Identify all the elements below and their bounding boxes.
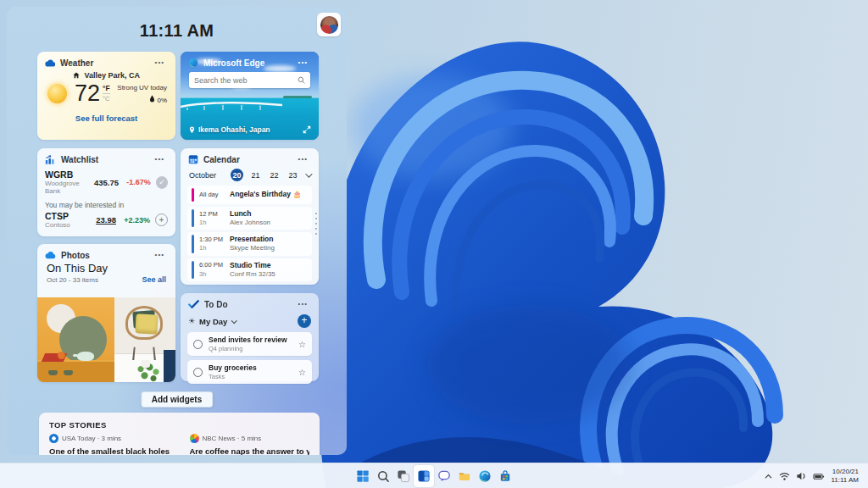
stock-price: 435.75 (94, 178, 119, 187)
calendar-date-22[interactable]: 22 (268, 169, 281, 181)
add-task-button[interactable]: + (298, 314, 311, 328)
see-all-link[interactable]: See all (142, 275, 166, 284)
calendar-event[interactable]: 6:00 PM3h Studio TimeConf Rm 32/35 (187, 258, 312, 281)
widgets-button[interactable] (414, 465, 434, 487)
event-time: 6:00 PM (199, 261, 223, 269)
search-icon (298, 76, 305, 84)
microsoft-store-icon (498, 469, 512, 483)
edge-search-box[interactable] (189, 72, 310, 88)
more-options-button[interactable]: ••• (152, 154, 168, 164)
photo-thumbnail-2[interactable] (114, 297, 175, 382)
photo-thumbnail-1[interactable] (37, 297, 114, 382)
news-story[interactable]: NBC News · 5 mins Are coffee naps the an… (180, 434, 320, 455)
start-button[interactable] (353, 465, 373, 487)
temperature: 72 °F °C (75, 82, 110, 105)
event-time: 12 PM (199, 210, 218, 218)
suggestion-label: You may be interested in (37, 195, 175, 211)
task-item[interactable]: Buy groceries Tasks ☆ (187, 360, 312, 384)
todo-widget[interactable]: To Do ••• ☀ My Day + Send invites for re… (181, 293, 319, 381)
watchlist-widget[interactable]: Watchlist ••• WGRB Woodgrove Bank 435.75… (37, 148, 175, 236)
calendar-date-21[interactable]: 21 (249, 169, 262, 181)
add-to-watchlist-button[interactable]: + (155, 214, 168, 226)
calendar-event[interactable]: 1:30 PM1h PresentationSkype Meeting (187, 232, 312, 255)
avatar (320, 16, 338, 34)
stock-symbol: WGRB (45, 169, 94, 180)
user-avatar-button[interactable] (317, 13, 341, 36)
panel-clock: 11:11 AM (7, 21, 347, 41)
my-day-sun-icon: ☀ (188, 317, 195, 325)
add-widgets-button[interactable]: Add widgets (141, 391, 213, 408)
calendar-date-20[interactable]: 20 (231, 169, 243, 181)
unit-celsius[interactable]: °C (103, 93, 110, 103)
wifi-icon (779, 471, 790, 481)
star-icon[interactable]: ☆ (298, 340, 306, 349)
story-headline: One of the smallest black holes — and (49, 446, 170, 455)
tray-time: 11:11 AM (831, 476, 859, 485)
chevron-up-icon (764, 472, 773, 481)
chat-button[interactable] (434, 465, 454, 487)
search-icon (377, 470, 390, 483)
show-hidden-icons-button[interactable] (764, 472, 773, 481)
volume-status[interactable] (796, 471, 807, 481)
calendar-event[interactable]: All day Angela's Birthday 🎂 (187, 186, 312, 204)
store-button[interactable] (495, 465, 515, 487)
weather-location: Valley Park, CA (37, 71, 175, 80)
stock-row[interactable]: CTSP Contoso 23.98 +2.23% + (37, 211, 175, 229)
story-meta: NBC News · 5 mins (203, 435, 262, 442)
event-duration: 1h (199, 244, 206, 252)
unit-fahrenheit[interactable]: °F (103, 84, 110, 92)
story-headline: Are coffee naps the answer to your (190, 446, 310, 455)
event-subtitle: Conf Rm 32/35 (230, 270, 308, 279)
task-checkbox[interactable] (193, 340, 203, 349)
wifi-status[interactable] (779, 471, 790, 481)
folder-icon (458, 469, 471, 483)
event-color-bar (192, 261, 194, 279)
more-options-button[interactable]: ••• (295, 154, 311, 164)
calendar-date-23[interactable]: 23 (287, 169, 299, 181)
edge-widget[interactable]: Microsoft Edge ••• Ikema Ohashi, Japan (181, 52, 319, 140)
photos-heading: On This Day (37, 260, 175, 274)
news-story[interactable]: USA Today · 3 mins One of the smallest b… (39, 434, 180, 455)
droplet-icon (149, 95, 155, 103)
stock-row[interactable]: WGRB Woodgrove Bank 435.75 -1.67% ✓ (37, 164, 175, 195)
location-pin-icon (189, 126, 195, 134)
top-stories-header: TOP STORIES (39, 413, 320, 434)
task-checkbox[interactable] (193, 368, 203, 377)
file-explorer-button[interactable] (454, 465, 475, 487)
more-options-button[interactable]: ••• (295, 58, 311, 68)
stock-change: +2.23% (116, 216, 150, 225)
todo-list-label[interactable]: My Day (199, 317, 227, 326)
expand-icon[interactable] (303, 125, 311, 134)
event-color-bar (192, 209, 194, 227)
see-full-forecast-link[interactable]: See full forecast (37, 114, 175, 123)
scrollbar-dots[interactable] (315, 213, 317, 235)
task-item[interactable]: Send invites for review Q4 planning ☆ (187, 332, 312, 356)
widgets-panel: 11:11 AM Weather ••• Valley Park, CA 72 … (7, 7, 347, 455)
calendar-events: All day Angela's Birthday 🎂 12 PM1h Lunc… (181, 184, 319, 281)
weather-widget[interactable]: Weather ••• Valley Park, CA 72 °F °C Str… (37, 52, 175, 140)
usa-today-icon (49, 434, 58, 443)
event-duration: 1h (199, 219, 206, 226)
chevron-down-icon[interactable] (231, 318, 237, 324)
calendar-event[interactable]: 12 PM1h LunchAlex Johnson (187, 207, 312, 230)
star-icon[interactable]: ☆ (298, 368, 306, 377)
battery-status[interactable] (813, 472, 825, 481)
task-view-button[interactable] (393, 465, 414, 487)
more-options-button[interactable]: ••• (152, 250, 168, 260)
search-input[interactable] (194, 76, 298, 85)
search-button[interactable] (373, 465, 393, 487)
more-options-button[interactable]: ••• (152, 58, 168, 68)
more-options-button[interactable]: ••• (295, 299, 311, 309)
edge-browser-button[interactable] (475, 465, 495, 487)
task-title: Buy groceries (209, 363, 257, 373)
watchlist-chart-icon (45, 155, 56, 164)
task-title: Send invites for review (209, 336, 287, 345)
tray-clock[interactable]: 10/20/21 11:11 AM (831, 468, 859, 485)
calendar-widget[interactable]: Calendar ••• October 20 21 22 23 All day… (181, 148, 319, 285)
chevron-down-icon[interactable] (305, 170, 312, 177)
event-title: Angela's Birthday 🎂 (230, 190, 308, 199)
photos-widget[interactable]: Photos ••• On This Day Oct 20 - 33 items… (37, 244, 175, 382)
watchlist-added-button[interactable]: ✓ (156, 176, 168, 189)
widget-title: To Do (204, 300, 228, 309)
stock-change: -1.67% (119, 178, 151, 186)
